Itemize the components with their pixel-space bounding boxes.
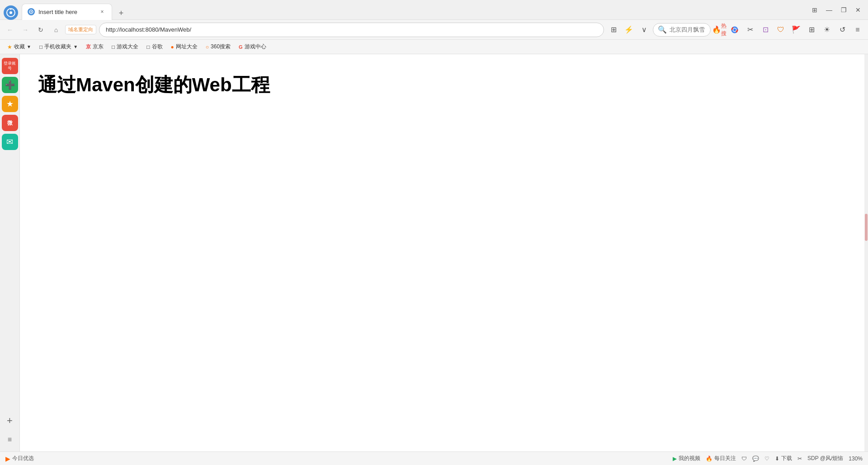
scissors-button[interactable]: ✂ xyxy=(743,23,757,37)
user-info: SDP @风/烦恼 xyxy=(807,455,843,462)
chevron-down-icon: ▼ xyxy=(27,44,31,49)
my-video-label: 我的视频 xyxy=(679,455,700,462)
fire-icon: 🔥 xyxy=(712,25,721,34)
shield-status-button[interactable]: 🛡 xyxy=(741,456,747,462)
weibo-icon: 微 xyxy=(7,119,13,127)
apps-button[interactable]: ⊞ xyxy=(805,23,818,37)
bookmark-label: 360搜索 xyxy=(211,43,231,51)
search-box: 🔍 xyxy=(653,23,711,37)
zoom-level[interactable]: 130% xyxy=(849,456,863,462)
bookmark-label: 收藏 xyxy=(14,43,25,51)
minimize-button[interactable]: — xyxy=(823,4,835,16)
hot-search-button[interactable]: 🔥 热搜 xyxy=(712,23,726,37)
games-icon: □ xyxy=(112,44,115,50)
qr-code-button[interactable]: ⊞ xyxy=(607,23,620,37)
search-input[interactable] xyxy=(670,26,706,33)
title-bar: Insert title here × + ⊞ — ❐ ✕ xyxy=(0,0,868,20)
sidebar-weibo-button[interactable]: 微 xyxy=(2,115,18,131)
tab-title: Insert title here xyxy=(38,9,94,15)
bookmark-jd[interactable]: 京 京东 xyxy=(82,42,107,52)
sidebar-bottom: + ≡ xyxy=(2,413,18,448)
download-label: 下载 xyxy=(781,455,792,462)
heart-icon: ♡ xyxy=(764,456,769,462)
active-tab[interactable]: Insert title here × xyxy=(22,4,112,20)
bookmark-games[interactable]: □ 游戏大全 xyxy=(108,42,142,52)
scrollbar-track xyxy=(864,54,868,451)
fire-icon: 🔥 xyxy=(706,456,712,462)
bookmark-favorites[interactable]: ★ 收藏 ▼ xyxy=(4,42,35,52)
google-icon: □ xyxy=(146,44,150,50)
undo-button[interactable]: ↺ xyxy=(835,23,849,37)
shield-button[interactable]: 🛡 xyxy=(774,23,788,37)
nav-right-buttons: ⊞ ⚡ ∨ 🔍 🔥 热搜 ✂ ⊡ 🛡 xyxy=(607,23,864,37)
sidebar-favorites-button[interactable]: ★ xyxy=(2,96,18,112)
bookmark-label: 游戏中心 xyxy=(245,43,266,51)
user-label: SDP @风/烦恼 xyxy=(807,455,843,462)
status-left: ▶ 今日优选 xyxy=(5,455,34,462)
forward-button[interactable]: → xyxy=(19,23,32,36)
today-button[interactable]: ▶ 今日优选 xyxy=(5,455,34,462)
sidebar: 登录账号 ➕ ★ 微 ✉ + xyxy=(0,54,20,451)
sidebar-menu-button[interactable]: ≡ xyxy=(2,432,18,448)
bookmark-label: 谷歌 xyxy=(152,43,163,51)
reload-button[interactable]: ↻ xyxy=(34,23,47,36)
status-right: ▶ 我的视频 🔥 每日关注 🛡 💬 ♡ ⬇ 下载 ✂ xyxy=(673,455,863,462)
window-controls: ⊞ — ❐ ✕ xyxy=(808,4,864,16)
mail-icon: ✉ xyxy=(6,137,13,147)
tab-bar: Insert title here × + xyxy=(4,0,808,20)
extensions-button[interactable]: ⊡ xyxy=(759,23,772,37)
shield-icon: 🛡 xyxy=(741,456,747,462)
jd-icon: 京 xyxy=(86,43,91,50)
tab-favicon xyxy=(28,8,35,15)
login-badge[interactable]: 登录账号 xyxy=(2,58,18,74)
today-icon: ▶ xyxy=(5,455,10,462)
tab-close-button[interactable]: × xyxy=(98,8,106,16)
login-label: 登录账号 xyxy=(3,61,17,71)
bookmark-360search[interactable]: ○ 360搜索 xyxy=(202,42,234,52)
bookmark-wangyi[interactable]: ● 网址大全 xyxy=(167,42,201,52)
plus-icon: ➕ xyxy=(5,80,15,90)
chat-icon: 💬 xyxy=(752,456,759,462)
back-button[interactable]: ← xyxy=(4,23,16,36)
bookmark-mobile[interactable]: □ 手机收藏夹 ▼ xyxy=(36,42,81,52)
nav-bar: ← → ↻ ⌂ 域名重定向 http://localhost:8080/Mave… xyxy=(0,20,868,40)
bookmark-google[interactable]: □ 谷歌 xyxy=(143,42,166,52)
sidebar-toggle-button[interactable]: ⊞ xyxy=(808,4,821,16)
dropdown-button[interactable]: ∨ xyxy=(637,23,651,37)
download-button[interactable]: ⬇ 下载 xyxy=(775,455,792,462)
sidebar-add-button[interactable]: ➕ xyxy=(2,77,18,93)
heart-button[interactable]: ♡ xyxy=(764,456,769,462)
flag-button[interactable]: 🚩 xyxy=(789,23,803,37)
url-text: http://localhost:8080/MavenWeb/ xyxy=(106,26,597,33)
sidebar-add-more-button[interactable]: + xyxy=(2,413,18,429)
page-content: 通过Maven创建的Web工程 xyxy=(20,54,868,451)
search-icon: 🔍 xyxy=(658,25,667,34)
menu-button[interactable]: ≡ xyxy=(851,23,864,37)
home-button[interactable]: ⌂ xyxy=(50,23,62,36)
theme-button[interactable]: ☀ xyxy=(820,23,834,37)
status-bar: ▶ 今日优选 ▶ 我的视频 🔥 每日关注 🛡 💬 ♡ xyxy=(0,451,868,465)
svg-point-1 xyxy=(9,11,12,14)
page-heading: 通过Maven创建的Web工程 xyxy=(38,72,850,98)
chrome-icon-button[interactable] xyxy=(728,23,741,37)
scrollbar-thumb[interactable] xyxy=(865,214,868,241)
mobile-icon: □ xyxy=(39,44,42,50)
address-bar[interactable]: http://localhost:8080/MavenWeb/ xyxy=(99,23,604,37)
sidebar-mail-button[interactable]: ✉ xyxy=(2,134,18,150)
zoom-label: 130% xyxy=(849,456,863,462)
bookmark-label: 网址大全 xyxy=(176,43,198,51)
lightning-button[interactable]: ⚡ xyxy=(622,23,636,37)
video-icon: ▶ xyxy=(673,456,677,462)
maximize-button[interactable]: ❐ xyxy=(837,4,850,16)
daily-focus-button[interactable]: 🔥 每日关注 xyxy=(706,455,736,462)
chat-status-button[interactable]: 💬 xyxy=(752,456,759,462)
gamecenter-icon: G xyxy=(239,44,243,50)
screenshot-icon: ✂ xyxy=(797,456,802,462)
360-icon: ○ xyxy=(206,44,209,50)
my-video-button[interactable]: ▶ 我的视频 xyxy=(673,455,700,462)
new-tab-button[interactable]: + xyxy=(115,7,127,20)
bookmark-gamecenter[interactable]: G 游戏中心 xyxy=(235,42,270,52)
screenshot-button[interactable]: ✂ xyxy=(797,456,802,462)
close-window-button[interactable]: ✕ xyxy=(852,4,864,16)
browser-logo xyxy=(4,5,18,20)
